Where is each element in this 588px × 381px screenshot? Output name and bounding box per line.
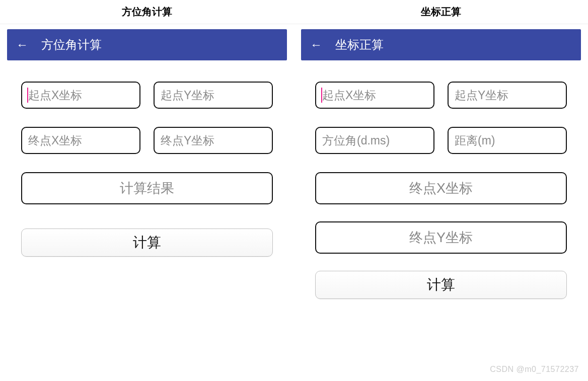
end-x-field[interactable] [21,127,140,154]
azimuth-input[interactable] [322,134,427,147]
appbar-right: ← 坐标正算 [301,29,581,60]
result-output: 计算结果 [21,172,273,204]
content-left: 计算结果 计算 [7,60,287,257]
start-x-field[interactable] [21,82,140,109]
distance-field[interactable] [448,127,567,154]
text-caret [321,88,322,103]
start-y-input[interactable] [455,89,560,102]
tab-title-left: 方位角计算 [0,0,294,24]
azimuth-field[interactable] [315,127,434,154]
end-y-input[interactable] [161,134,266,147]
start-y-field[interactable] [154,82,273,109]
back-arrow-icon[interactable]: ← [16,39,30,51]
tab-title-right: 坐标正算 [294,0,588,24]
appbar-title-left: 方位角计算 [41,37,102,53]
pane-azimuth: 方位角计算 ← 方位角计算 [0,0,294,381]
start-x-input[interactable] [322,89,427,102]
end-y-field[interactable] [154,127,273,154]
compute-button[interactable]: 计算 [315,271,567,299]
text-caret [27,88,28,103]
start-y-input[interactable] [161,89,266,102]
start-y-field[interactable] [448,82,567,109]
start-x-input[interactable] [28,89,133,102]
phone-frame-right: ← 坐标正算 终点X坐标 终点Y坐 [301,29,581,381]
end-x-input[interactable] [28,134,133,147]
compute-button[interactable]: 计算 [21,228,273,257]
pane-coord-forward: 坐标正算 ← 坐标正算 [294,0,588,381]
appbar-left: ← 方位角计算 [7,29,287,60]
content-right: 终点X坐标 终点Y坐标 计算 [301,60,581,299]
result-y-output: 终点Y坐标 [315,221,567,254]
result-x-output: 终点X坐标 [315,172,567,204]
start-x-field[interactable] [315,82,434,109]
appbar-title-right: 坐标正算 [335,37,384,53]
distance-input[interactable] [455,134,560,147]
back-arrow-icon[interactable]: ← [310,39,324,51]
phone-frame-left: ← 方位角计算 计算结果 计算 [7,29,287,381]
